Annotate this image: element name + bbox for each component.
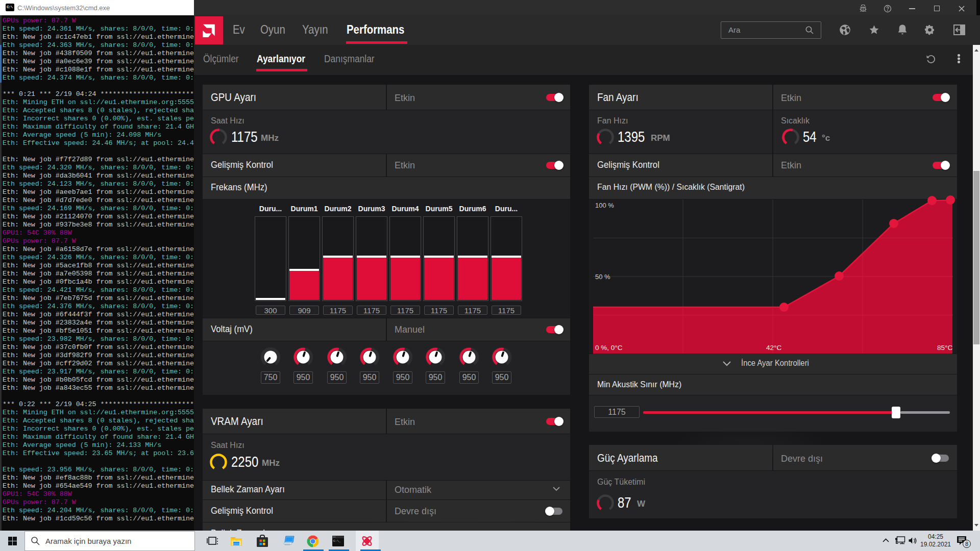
svg-text:85°C: 85°C (937, 344, 952, 352)
svg-text:C:\_: C:\_ (333, 539, 341, 543)
svg-text:42°C: 42°C (766, 344, 781, 352)
svg-text:0 %, 0°C: 0 %, 0°C (595, 344, 623, 352)
svg-text:50 %: 50 % (595, 273, 610, 281)
svg-text:100 %: 100 % (595, 202, 614, 209)
